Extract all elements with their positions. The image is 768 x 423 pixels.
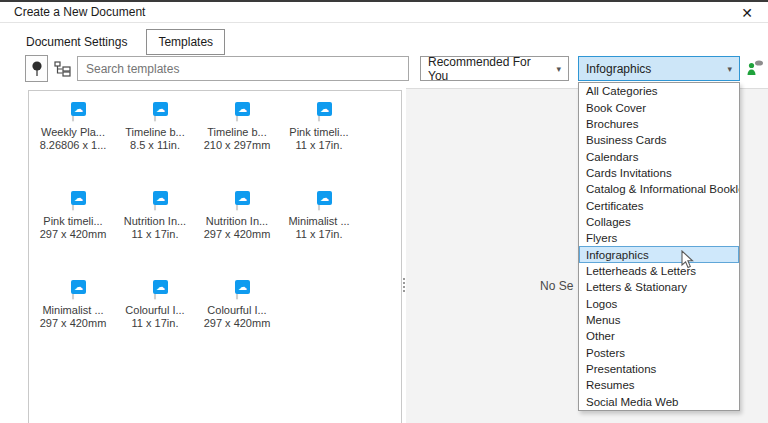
get-more-person-icon	[745, 59, 765, 77]
template-item[interactable]: ☁ Colourful I... 297 x 420mm	[196, 286, 278, 375]
browse-folders-button[interactable]	[52, 57, 74, 80]
cloud-download-icon: ☁	[71, 102, 86, 116]
category-option-certificates[interactable]: Certificates	[579, 197, 739, 213]
tab-bar: Document Settings Templates	[24, 29, 225, 55]
cloud-download-icon: ☁	[235, 102, 250, 116]
template-size: 11 x 17in.	[132, 317, 179, 330]
cloud-download-icon: ☁	[235, 280, 250, 294]
template-size: 8.26806 x 1...	[40, 139, 107, 152]
template-item[interactable]: ☁ Timeline b... 210 x 297mm	[196, 108, 278, 197]
template-name: Timeline b...	[207, 126, 267, 139]
template-item[interactable]: ☁ Colourful I... 11 x 17in.	[114, 286, 196, 375]
templates-toolbar: Recommended For You ▾ Infographics ▾	[0, 55, 768, 83]
template-size: 297 x 420mm	[204, 228, 271, 241]
template-item[interactable]: ☁ Minimalist ... 11 x 17in.	[278, 197, 360, 286]
template-name: Nutrition In...	[124, 215, 186, 228]
chevron-down-icon: ▾	[556, 64, 561, 74]
panel-splitter-handle[interactable]	[403, 278, 405, 280]
pin-filter-button[interactable]	[25, 55, 48, 82]
folder-tree-icon	[54, 61, 72, 77]
category-option-presentations[interactable]: Presentations	[579, 361, 739, 377]
category-option-social-media-web[interactable]: Social Media Web	[579, 394, 739, 410]
tab-document-settings[interactable]: Document Settings	[24, 30, 129, 54]
template-results-panel: ☁ Weekly Pla... 8.26806 x 1... ☁ Timelin…	[28, 90, 402, 423]
template-item[interactable]: ☁ Nutrition In... 11 x 17in.	[114, 197, 196, 286]
cloud-download-icon: ☁	[153, 191, 168, 205]
template-name: Nutrition In...	[206, 215, 268, 228]
category-option-collages[interactable]: Collages	[579, 214, 739, 230]
category-option-flyers[interactable]: Flyers	[579, 230, 739, 246]
cloud-download-icon: ☁	[235, 191, 250, 205]
cloud-download-icon: ☁	[317, 102, 332, 116]
template-size: 297 x 420mm	[204, 317, 271, 330]
template-item[interactable]: ☁ Nutrition In... 297 x 420mm	[196, 197, 278, 286]
template-size: 11 x 17in.	[296, 228, 343, 241]
category-option-infographics[interactable]: Infographics	[579, 246, 739, 262]
template-name: Timeline b...	[125, 126, 185, 139]
category-dropdown-value: Infographics	[586, 62, 651, 76]
category-option-catalog-informational-booklets[interactable]: Catalog & Informational Booklets	[579, 181, 739, 197]
category-option-posters[interactable]: Posters	[579, 345, 739, 361]
template-item[interactable]: ☁ Minimalist ... 297 x 420mm	[32, 286, 114, 375]
category-option-all-categories[interactable]: All Categories	[579, 83, 739, 99]
category-option-business-cards[interactable]: Business Cards	[579, 132, 739, 148]
cloud-download-icon: ☁	[317, 191, 332, 205]
sort-dropdown[interactable]: Recommended For You ▾	[420, 56, 569, 81]
close-icon[interactable]: ✕	[738, 4, 756, 22]
category-dropdown[interactable]: Infographics ▾	[578, 56, 740, 81]
cloud-download-icon: ☁	[153, 280, 168, 294]
cloud-download-icon: ☁	[71, 280, 86, 294]
cloud-download-icon: ☁	[71, 191, 86, 205]
mouse-cursor-icon	[681, 250, 695, 270]
sort-dropdown-value: Recommended For You	[428, 55, 550, 83]
template-name: Pink timeli...	[43, 215, 102, 228]
template-item[interactable]: ☁ Weekly Pla... 8.26806 x 1...	[32, 108, 114, 197]
template-size: 210 x 297mm	[204, 139, 271, 152]
no-selection-label: No Se	[540, 279, 573, 293]
category-option-book-cover[interactable]: Book Cover	[579, 99, 739, 115]
template-size: 11 x 17in.	[296, 139, 343, 152]
template-name: Colourful I...	[125, 304, 184, 317]
template-size: 8.5 x 11in.	[130, 139, 180, 152]
template-grid: ☁ Weekly Pla... 8.26806 x 1... ☁ Timelin…	[29, 91, 401, 375]
template-name: Minimalist ...	[288, 215, 349, 228]
category-option-cards-invitations[interactable]: Cards Invitations	[579, 165, 739, 181]
pin-icon	[31, 60, 43, 78]
category-option-letterheads-letters[interactable]: Letterheads & Letters	[579, 263, 739, 279]
template-name: Minimalist ...	[42, 304, 103, 317]
tab-templates[interactable]: Templates	[146, 29, 225, 55]
chevron-down-icon: ▾	[727, 64, 732, 74]
category-option-resumes[interactable]: Resumes	[579, 377, 739, 393]
get-more-button[interactable]	[745, 59, 765, 79]
template-size: 11 x 17in.	[132, 228, 179, 241]
category-option-letters-stationary[interactable]: Letters & Stationary	[579, 279, 739, 295]
category-option-calendars[interactable]: Calendars	[579, 148, 739, 164]
template-item[interactable]: ☁ Pink timeli... 297 x 420mm	[32, 197, 114, 286]
template-size: 297 x 420mm	[40, 317, 107, 330]
template-name: Weekly Pla...	[41, 126, 105, 139]
dialog-titlebar: Create a New Document	[0, 2, 768, 23]
template-size: 297 x 420mm	[40, 228, 107, 241]
template-name: Pink timeli...	[289, 126, 348, 139]
template-name: Colourful I...	[207, 304, 266, 317]
cloud-download-icon: ☁	[153, 102, 168, 116]
category-option-menus[interactable]: Menus	[579, 312, 739, 328]
template-item[interactable]: ☁ Pink timeli... 11 x 17in.	[278, 108, 360, 197]
template-item[interactable]: ☁ Timeline b... 8.5 x 11in.	[114, 108, 196, 197]
dialog-title: Create a New Document	[14, 5, 145, 19]
category-option-other[interactable]: Other	[579, 328, 739, 344]
category-dropdown-list: All Categories Book Cover Brochures Busi…	[578, 82, 740, 411]
category-option-logos[interactable]: Logos	[579, 295, 739, 311]
category-option-brochures[interactable]: Brochures	[579, 116, 739, 132]
search-input[interactable]	[77, 56, 409, 81]
